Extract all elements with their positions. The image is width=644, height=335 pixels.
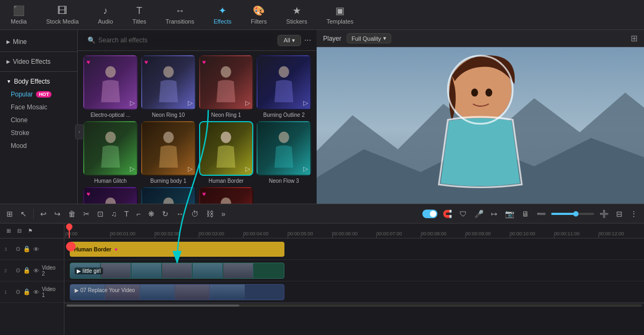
toolbar-media[interactable]: ⬛ Media — [6, 3, 31, 27]
effect-label-neon-flow3: Neon Flow 3 — [257, 178, 311, 184]
cursor-tool-button[interactable]: ↖ — [18, 208, 29, 220]
svg-point-0 — [105, 66, 116, 78]
clip-little-girl[interactable]: ▶ little girl — [70, 263, 284, 279]
mark-in-button[interactable]: ↦ — [489, 208, 500, 220]
toolbar-effects[interactable]: ✦ Effects — [209, 3, 236, 27]
track-lock-3[interactable]: 🔒 — [23, 245, 31, 252]
search-input[interactable] — [98, 36, 270, 44]
track-visible-2[interactable]: 👁 — [33, 267, 39, 274]
sidebar-popular[interactable]: Popular HOT — [0, 88, 77, 101]
magnet-button[interactable]: 🧲 — [441, 208, 454, 220]
cut-button[interactable]: ✂ — [81, 208, 92, 220]
layout-grid-icon[interactable]: ⊞ — [631, 33, 638, 43]
quality-select[interactable]: Full Quality ▾ — [347, 33, 391, 43]
zoom-thumb[interactable] — [573, 211, 579, 217]
timer-button[interactable]: ⏱ — [189, 208, 201, 220]
add-track-button[interactable]: ⊞ — [4, 226, 13, 235]
snap-toggle[interactable] — [422, 210, 437, 218]
track-lock-2[interactable]: 🔒 — [23, 267, 31, 274]
filter-button[interactable]: All ▾ — [277, 35, 301, 46]
track-icon-3[interactable]: ⊙ — [16, 245, 20, 252]
sidebar-mine[interactable]: ▶ Mine — [0, 35, 77, 48]
undo-button[interactable]: ↩ — [38, 208, 49, 220]
toolbar-stock-media[interactable]: 🎞 Stock Media — [42, 3, 83, 27]
video-thumb-4 — [162, 263, 192, 278]
timeline-content: ⊞ ⊟ ⚑ 3 ⊙ 🔒 👁 2 ⊙ 🔒 👁 Video 2 — [0, 224, 644, 335]
search-input-wrap[interactable]: 🔍 — [83, 34, 274, 46]
track-label-3: 3 ⊙ 🔒 👁 — [0, 239, 64, 260]
effect-electro-optical[interactable]: ♥ ▷ Electro-optical ... — [83, 55, 138, 118]
person-silhouette-8 — [268, 130, 300, 174]
play-icon-5: ▷ — [130, 165, 135, 173]
sidebar-clone[interactable]: Clone — [0, 114, 77, 126]
display-button[interactable]: 🖥 — [519, 208, 531, 220]
clip-human-border[interactable]: Human Border ♥ — [70, 242, 284, 257]
redo-button[interactable]: ↪ — [52, 208, 63, 220]
zoom-in-button[interactable]: ➕ — [597, 208, 611, 220]
scroll-track[interactable] — [67, 304, 642, 307]
magnet-track-button[interactable]: ⚑ — [26, 226, 35, 235]
sidebar-body-effects[interactable]: ▼ Body Effects — [0, 75, 77, 88]
track-lock-1[interactable]: 🔒 — [23, 288, 31, 295]
toolbar-transitions[interactable]: ↔ Transitions — [162, 3, 199, 27]
track-number-1: 1 — [4, 289, 13, 295]
audio-button[interactable]: ♫ — [109, 208, 119, 220]
effect-neon-ring10[interactable]: ♥ ▷ Neon Ring 10 — [141, 55, 196, 118]
track-options-button[interactable]: ⊟ — [15, 226, 24, 235]
track-icon-2[interactable]: ⊙ — [16, 267, 20, 274]
link-button[interactable]: ⛓ — [204, 208, 216, 220]
rotate-button[interactable]: ↻ — [160, 208, 171, 220]
sidebar-stroke[interactable]: Stroke — [0, 126, 77, 139]
clip-replace-video[interactable]: ▶ 07 Replace Your Video — [70, 284, 284, 300]
effect-burning-body[interactable]: ▷ Burning body 1 — [141, 121, 196, 184]
sidebar-mood[interactable]: Mood — [0, 139, 77, 152]
track-icon-1[interactable]: ⊙ — [16, 288, 20, 295]
svg-point-2 — [221, 66, 232, 78]
more-options-button[interactable]: ··· — [304, 35, 311, 45]
play-icon-4: ▷ — [303, 99, 308, 107]
effect-tool-button[interactable]: ❋ — [146, 208, 157, 220]
toolbar-titles[interactable]: T Titles — [128, 3, 151, 27]
scroll-thumb[interactable] — [67, 304, 239, 307]
layout-button[interactable]: ⊟ — [614, 208, 625, 220]
shield-button[interactable]: 🛡 — [457, 208, 469, 220]
flip-button[interactable]: ↔ — [174, 208, 186, 220]
track-number-3: 3 — [4, 247, 13, 252]
stickers-icon: ★ — [292, 5, 301, 17]
more-tools-button[interactable]: » — [219, 208, 228, 220]
sidebar-face-mosaic[interactable]: Face Mosaic — [0, 101, 77, 114]
toolbar-filters[interactable]: 🎨 Filters — [246, 3, 271, 27]
mic-button[interactable]: 🎤 — [472, 208, 486, 220]
effect-human-border[interactable]: ▷ Human Border — [199, 121, 254, 184]
options-button[interactable]: ⋮ — [628, 208, 640, 220]
top-toolbar: ⬛ Media 🎞 Stock Media ♪ Audio T Titles ↔… — [0, 0, 644, 30]
toolbar-stickers[interactable]: ★ Stickers — [282, 3, 311, 27]
effect-label-human-border: Human Border — [199, 178, 254, 184]
effect-neon-flow3[interactable]: ▷ Neon Flow 3 — [257, 121, 311, 184]
toolbar-templates[interactable]: ▣ Templates — [322, 3, 357, 27]
crop-button[interactable]: ⊡ — [95, 208, 106, 220]
zoom-track[interactable] — [551, 213, 594, 215]
effect-neon-ring1[interactable]: ♥ ▷ Neon Ring 1 — [199, 55, 254, 118]
effect-label-human-glitch: Human Glitch — [83, 178, 138, 184]
sidebar-video-effects[interactable]: ▶ Video Effects — [0, 55, 77, 68]
text-button[interactable]: T — [122, 208, 131, 220]
svg-point-1 — [163, 66, 174, 78]
zoom-out-button[interactable]: ➖ — [535, 208, 548, 220]
grid-view-button[interactable]: ⊞ — [4, 208, 15, 220]
effect-burning-outline2[interactable]: ▷ Burning Outline 2 — [257, 55, 311, 118]
effect-thumb-neon-flow3: ▷ — [257, 121, 311, 176]
corner-button[interactable]: ⌐ — [134, 208, 143, 220]
svg-point-6 — [221, 132, 232, 144]
camera-button[interactable]: 📷 — [503, 208, 516, 220]
track-visible-3[interactable]: 👁 — [33, 246, 39, 252]
toolbar-audio[interactable]: ♪ Audio — [94, 3, 118, 27]
horizontal-scrollbar[interactable] — [64, 303, 644, 307]
effect-human-glitch[interactable]: ▷ Human Glitch — [83, 121, 138, 184]
delete-button[interactable]: 🗑 — [66, 208, 78, 220]
clip-heart-icon: ♥ — [114, 247, 118, 252]
track-visible-1[interactable]: 👁 — [33, 289, 39, 295]
search-bar: 🔍 All ▾ ··· — [78, 30, 317, 51]
search-icon: 🔍 — [87, 36, 96, 44]
sidebar-collapse-button[interactable]: ‹ — [75, 124, 84, 139]
